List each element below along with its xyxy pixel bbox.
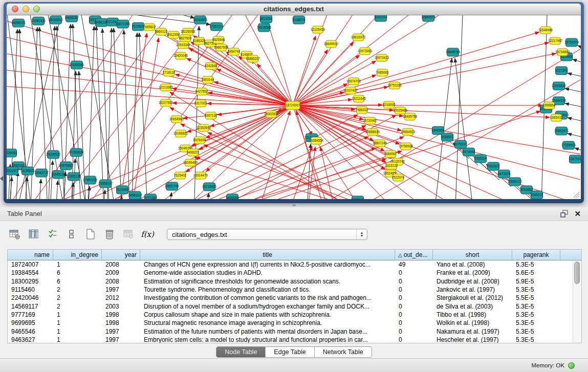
- panel-collapse-arrow-icon[interactable]: [0, 176, 3, 181]
- table-selector-dropdown[interactable]: citations_edges.txt ▲▼: [167, 229, 367, 240]
- row-height-icon[interactable]: [65, 228, 78, 241]
- table-cell-name[interactable]: 9777169: [8, 311, 53, 318]
- graph-edge[interactable]: [88, 26, 94, 199]
- graph-edge[interactable]: [38, 179, 41, 199]
- graph-edge[interactable]: [132, 33, 137, 199]
- column-header-name[interactable]: name: [8, 250, 53, 260]
- graph-edge[interactable]: [337, 80, 580, 199]
- table-cell-title[interactable]: Embryonic stem cells: a model to study s…: [140, 336, 395, 343]
- graph-edge[interactable]: [293, 42, 549, 105]
- table-cell-title[interactable]: Investigating the contribution of common…: [140, 294, 395, 301]
- column-header-in_degree[interactable]: in_degree: [53, 250, 102, 260]
- table-cell-name[interactable]: 14569117: [8, 303, 53, 310]
- tab-network-table[interactable]: Network Table: [315, 347, 372, 357]
- network-canvas[interactable]: 1405572120391436190338121065528715276028…: [7, 15, 581, 199]
- table-row[interactable]: 977716911998Corpus callosum shape and si…: [8, 311, 573, 319]
- graph-edge[interactable]: [102, 29, 110, 199]
- graph-edge[interactable]: [565, 89, 581, 93]
- table-cell-name[interactable]: 22420046: [8, 294, 53, 301]
- table-cell-name[interactable]: 18300295: [8, 278, 53, 285]
- table-cell-pagerank[interactable]: 5.3E-5: [512, 261, 560, 268]
- graph-edge[interactable]: [214, 111, 540, 199]
- column-header-out_de[interactable]: △out_de...: [395, 250, 433, 260]
- table-row[interactable]: 1456911722003Disruption of a novel membe…: [8, 302, 573, 310]
- window-resize-grip[interactable]: [572, 190, 580, 198]
- graph-edge[interactable]: [293, 105, 580, 180]
- graph-edge[interactable]: [153, 15, 194, 18]
- float-panel-icon[interactable]: [560, 210, 569, 217]
- table-cell-out_de[interactable]: 0: [395, 328, 433, 335]
- table-cell-year[interactable]: 2008: [102, 261, 140, 268]
- window-titlebar[interactable]: citations_edges.txt: [7, 4, 581, 15]
- table-cell-title[interactable]: Tourette syndrome. Phenomenology and cla…: [140, 286, 395, 293]
- table-cell-short[interactable]: Jankovic et al. (1997): [433, 286, 512, 293]
- graph-edge[interactable]: [203, 137, 404, 199]
- table-cell-pagerank[interactable]: 5.3E-5: [512, 328, 560, 335]
- table-cell-short[interactable]: Wolkin et al. (1998): [433, 319, 512, 326]
- column-header-title[interactable]: title: [140, 250, 395, 260]
- graph-edge[interactable]: [251, 60, 293, 105]
- graph-edge[interactable]: [293, 105, 580, 199]
- table-cell-pagerank[interactable]: 5.3E-5: [512, 311, 560, 318]
- scrollbar-thumb[interactable]: [574, 261, 580, 284]
- table-cell-year[interactable]: 2009: [102, 269, 140, 276]
- graph-edge[interactable]: [206, 105, 293, 171]
- table-cell-title[interactable]: Estimation of significance thresholds fo…: [140, 278, 395, 285]
- table-cell-title[interactable]: Corpus callosum shape and size in male p…: [140, 311, 395, 318]
- graph-edge[interactable]: [565, 103, 581, 108]
- column-header-short[interactable]: short: [433, 250, 512, 260]
- table-cell-short[interactable]: Stergiakouli et al. (2012): [433, 294, 512, 301]
- select-rows-icon[interactable]: [46, 228, 59, 241]
- table-cell-out_de[interactable]: 0: [395, 294, 433, 301]
- table-cell-short[interactable]: Yano et al. (2008): [433, 261, 512, 268]
- table-cell-in_degree[interactable]: 6: [53, 278, 102, 285]
- table-cell-short[interactable]: de Silva et al. (2003): [433, 303, 512, 310]
- table-row[interactable]: 946554611997Estimation of the future num…: [8, 327, 573, 335]
- table-cell-year[interactable]: 1998: [102, 311, 140, 318]
- table-cell-out_de[interactable]: 0: [395, 286, 433, 293]
- table-cell-year[interactable]: 1997: [102, 328, 140, 335]
- graph-edge[interactable]: [575, 148, 581, 152]
- table-cell-title[interactable]: Genome-wide association studies in ADHD.: [140, 269, 395, 276]
- graph-edge[interactable]: [204, 145, 404, 199]
- table-row[interactable]: 1938455462009Genome-wide association stu…: [8, 269, 573, 277]
- table-cell-pagerank[interactable]: 5.3E-5: [512, 303, 560, 310]
- table-cell-short[interactable]: Nakamura et al. (1997): [433, 328, 512, 335]
- graph-edge[interactable]: [307, 147, 315, 199]
- graph-edge[interactable]: [55, 181, 58, 199]
- table-cell-title[interactable]: Structural magnetic resonance image aver…: [140, 319, 395, 326]
- graph-edge[interactable]: [293, 50, 328, 105]
- table-cell-in_degree[interactable]: 2: [53, 294, 102, 301]
- table-cell-name[interactable]: 18724007: [8, 261, 53, 268]
- table-cell-out_de[interactable]: 0: [395, 303, 433, 310]
- table-cell-out_de[interactable]: 0: [395, 336, 433, 343]
- table-cell-title[interactable]: Estimation of the future numbers of pati…: [140, 328, 395, 335]
- table-row[interactable]: 1830029562008Estimation of significance …: [8, 277, 573, 286]
- create-table-icon[interactable]: [84, 228, 97, 241]
- graph-edge[interactable]: [293, 54, 556, 105]
- citation-network-graph[interactable]: 1405572120391436190338121065528715276028…: [7, 15, 581, 199]
- vertical-scrollbar[interactable]: [573, 260, 581, 343]
- graph-edge[interactable]: [455, 15, 463, 199]
- table-cell-pagerank[interactable]: 5.3E-5: [512, 286, 560, 293]
- table-cell-pagerank[interactable]: 5.5E-5: [512, 294, 560, 301]
- graph-edge[interactable]: [568, 118, 581, 122]
- table-cell-short[interactable]: Hescheler et al. (1997): [433, 336, 512, 343]
- graph-edge[interactable]: [194, 157, 395, 199]
- table-cell-year[interactable]: 1997: [102, 286, 140, 293]
- graph-edge[interactable]: [81, 15, 117, 199]
- table-row[interactable]: 2242004622012Investigating the contribut…: [8, 294, 573, 302]
- table-cell-name[interactable]: 9463627: [8, 336, 53, 343]
- table-options-icon[interactable]: [8, 228, 21, 241]
- table-row[interactable]: 1872400712008Changes of HCN gene express…: [8, 260, 573, 269]
- close-panel-icon[interactable]: ✕: [574, 209, 581, 219]
- table-cell-in_degree[interactable]: 1: [53, 311, 102, 318]
- table-cell-year[interactable]: 1998: [102, 319, 140, 326]
- table-cell-year[interactable]: 2003: [102, 303, 140, 310]
- table-cell-short[interactable]: Dudbridge et al. (2008): [433, 278, 512, 285]
- column-header-pagerank[interactable]: pagerank: [512, 250, 560, 260]
- table-cell-out_de[interactable]: 0: [395, 319, 433, 326]
- table-cell-title[interactable]: Changes of HCN gene expression and I(f) …: [140, 261, 395, 268]
- graph-edge[interactable]: [293, 84, 347, 105]
- table-cell-in_degree[interactable]: 2: [53, 286, 102, 293]
